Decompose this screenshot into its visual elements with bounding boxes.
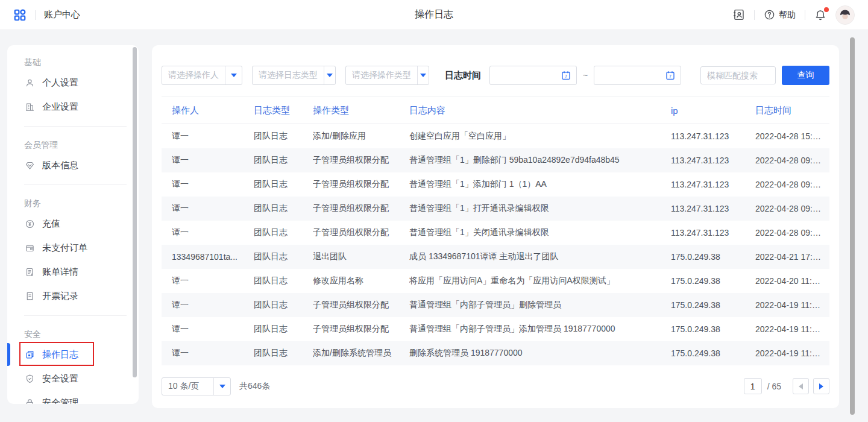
- cell-log-time: 2022-04-28 09:34: [755, 172, 829, 197]
- cell-operation-type: 子管理员组权限分配: [313, 317, 409, 341]
- col-header-ip: ip: [671, 97, 755, 124]
- cell-log-content: 创建空白应用「空白应用」: [409, 124, 671, 148]
- notification-button[interactable]: [814, 9, 826, 21]
- cell-operation-type: 退出团队: [313, 245, 409, 269]
- query-button[interactable]: 查询: [782, 66, 829, 85]
- table-header-row: 操作人 日志类型 操作类型 日志内容 ip 日志时间: [162, 97, 829, 124]
- table-row: 谭一 团队日志 子管理员组权限分配 普通管理组「1」打开通讯录编辑权限 113.…: [162, 197, 829, 221]
- cell-operation-type: 子管理员组权限分配: [313, 172, 409, 197]
- prev-page-button[interactable]: [793, 378, 809, 394]
- cell-operation-type: 添加/删除应用: [313, 124, 409, 148]
- log-type-select-placeholder: 请选择日志类型: [253, 70, 324, 81]
- topbar: 账户中心 操作日志 帮助: [0, 0, 868, 30]
- page-number-input[interactable]: [744, 378, 762, 394]
- cell-log-type: 团队日志: [254, 124, 313, 148]
- sidebar-item-personal-settings[interactable]: 个人设置: [24, 71, 139, 95]
- section-title-basic: 基础: [24, 48, 139, 71]
- chevron-left-icon: [799, 383, 803, 389]
- avatar[interactable]: [835, 5, 855, 25]
- cell-log-content: 普通管理组「1」添加部门 1（1）AA: [409, 172, 671, 197]
- cell-log-time: 2022-04-28 09:34: [755, 221, 829, 245]
- col-header-operator: 操作人: [162, 97, 254, 124]
- sidebar-item-recharge[interactable]: 充值: [24, 212, 139, 236]
- divider: [754, 10, 755, 20]
- next-page-button[interactable]: [813, 378, 829, 394]
- cell-log-time: 2022-04-19 11:47: [755, 317, 829, 341]
- cell-operator: 谭一: [162, 341, 254, 365]
- svg-text:7: 7: [669, 74, 671, 79]
- cell-ip: 113.247.31.123: [671, 148, 755, 172]
- cell-operator: 谭一: [162, 269, 254, 293]
- cell-operation-type: 子管理员组权限分配: [313, 197, 409, 221]
- notification-badge: [824, 7, 829, 12]
- chevron-down-icon: [231, 74, 237, 77]
- cell-ip: 175.0.249.38: [671, 293, 755, 317]
- sidebar-item-label: 个人设置: [42, 77, 78, 89]
- cell-log-content: 成员 13349687101谭谭 主动退出了团队: [409, 245, 671, 269]
- calendar-icon: 7: [561, 70, 571, 81]
- cell-ip: 175.0.249.38: [671, 269, 755, 293]
- cell-log-content: 普通管理组「内部子管理员」删除管理员: [409, 293, 671, 317]
- sidebar-item-security-management[interactable]: 安全管理: [24, 391, 139, 404]
- sidebar-item-security-settings[interactable]: 安全设置: [24, 367, 139, 391]
- cell-log-type: 团队日志: [254, 221, 313, 245]
- sidebar-item-unpaid-orders[interactable]: 未支付订单: [24, 236, 139, 260]
- chevron-down-icon: [327, 74, 333, 77]
- sidebar-item-invoice-records[interactable]: 开票记录: [24, 284, 139, 308]
- divider: [24, 315, 127, 316]
- cell-log-content: 普通管理组「1」关闭通讯录编辑权限: [409, 221, 671, 245]
- cell-log-time: 2022-04-19 11:46: [755, 341, 829, 365]
- filter-bar: 请选择操作人 请选择日志类型 请选择操作类型 日志时间 7 ~: [162, 65, 829, 86]
- cell-operation-type: 子管理员组权限分配: [313, 293, 409, 317]
- sidebar-item-enterprise-settings[interactable]: 企业设置: [24, 95, 139, 119]
- page-size-value: 10 条/页: [162, 381, 213, 392]
- total-pages: / 65: [767, 382, 781, 391]
- cell-ip: 175.0.249.38: [671, 341, 755, 365]
- contacts-icon[interactable]: [732, 8, 745, 21]
- sidebar-scrollbar[interactable]: [133, 47, 137, 377]
- table-row: 谭一 团队日志 子管理员组权限分配 普通管理组「内部子管理员」添加管理员 191…: [162, 317, 829, 341]
- range-separator: ~: [583, 71, 588, 80]
- cell-ip: 113.247.31.123: [671, 124, 755, 148]
- help-button[interactable]: 帮助: [764, 9, 796, 20]
- cell-log-type: 团队日志: [254, 341, 313, 365]
- log-type-select[interactable]: 请选择日志类型: [252, 66, 336, 85]
- page-scrollbar[interactable]: [850, 37, 855, 415]
- cell-log-type: 团队日志: [254, 269, 313, 293]
- sidebar-item-operation-log[interactable]: 操作日志: [24, 342, 139, 367]
- page-size-select[interactable]: 10 条/页: [162, 377, 231, 395]
- sidebar-item-label: 安全设置: [42, 373, 78, 385]
- cell-ip: 113.247.31.123: [671, 197, 755, 221]
- operator-select[interactable]: 请选择操作人: [162, 66, 242, 85]
- page-title: 操作日志: [415, 8, 453, 21]
- app-name: 账户中心: [44, 9, 80, 20]
- cell-operator: 13349687101ta...: [162, 245, 254, 269]
- start-date-input[interactable]: 7: [489, 66, 577, 85]
- end-date-input[interactable]: 7: [594, 66, 681, 85]
- cell-log-time: 2022-04-28 09:34: [755, 148, 829, 172]
- table-row: 谭一 团队日志 子管理员组权限分配 普通管理组「1」添加部门 1（1）AA 11…: [162, 172, 829, 197]
- col-header-log-content: 日志内容: [409, 97, 671, 124]
- building-icon: [24, 101, 35, 112]
- active-indicator-bar: [7, 343, 10, 366]
- table-row: 谭一 团队日志 子管理员组权限分配 普通管理组「内部子管理员」删除管理员 175…: [162, 293, 829, 317]
- table-row: 谭一 团队日志 子管理员组权限分配 普通管理组「1」关闭通讯录编辑权限 113.…: [162, 221, 829, 245]
- app-grid-icon[interactable]: [13, 8, 27, 22]
- cell-ip: 175.0.249.38: [671, 245, 755, 269]
- table-row: 谭一 团队日志 修改应用名称 将应用「应用访问A」重命名为「应用访问A权限测试」…: [162, 269, 829, 293]
- cell-log-type: 团队日志: [254, 293, 313, 317]
- search-input[interactable]: [700, 66, 776, 84]
- help-icon: [764, 9, 775, 20]
- sidebar-item-bill-details[interactable]: 账单详情: [24, 260, 139, 284]
- divider: [24, 126, 127, 127]
- sidebar-item-label: 未支付订单: [42, 242, 87, 254]
- operation-type-select[interactable]: 请选择操作类型: [345, 66, 429, 85]
- section-title-finance: 财务: [24, 189, 139, 212]
- sidebar-item-label: 安全管理: [42, 397, 78, 405]
- shield-icon: [24, 373, 35, 384]
- sidebar-item-version-info[interactable]: 版本信息: [24, 153, 139, 177]
- section-title-security: 安全: [24, 320, 139, 342]
- log-table: 操作人 日志类型 操作类型 日志内容 ip 日志时间 谭一 团队日志 添加/删除…: [162, 96, 829, 365]
- col-header-log-time: 日志时间: [755, 97, 829, 124]
- sidebar: 基础 个人设置 企业设置 会员管理: [7, 45, 139, 404]
